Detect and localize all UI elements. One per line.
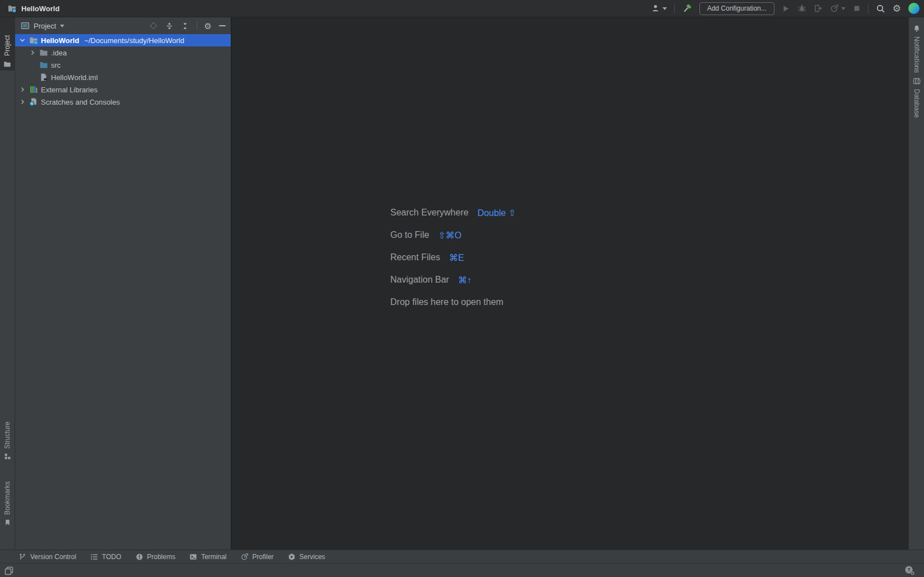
folder-icon [39,48,48,57]
stripe-tab-project[interactable]: Project [2,35,12,68]
tree-item-label: External Libraries [41,86,97,94]
collapse-all-icon[interactable] [181,22,189,30]
panel-settings-gear-icon[interactable]: ⚙ [204,22,212,30]
window-title: HelloWorld [21,4,59,13]
chevron-collapsed-icon[interactable] [18,98,26,105]
chevron-down-icon [662,7,667,10]
chevron-down-icon[interactable] [60,25,64,27]
folder-icon [3,60,12,68]
stripe-label-notifications: Notifications [913,36,921,73]
libraries-icon [29,85,38,94]
add-configuration-button[interactable]: Add Configuration... [699,2,774,15]
hide-panel-icon[interactable] [219,25,226,26]
hint-shortcut: ⌘E [449,252,464,263]
debug-icon[interactable] [797,4,806,13]
stripe-tab-database[interactable]: Database [912,77,922,118]
hint-label: Search Everywhere [390,208,469,218]
run-with-coverage-icon[interactable] [814,4,823,13]
stripe-label-structure: Structure [3,421,11,449]
module-file-icon [39,73,48,82]
expand-all-icon[interactable] [165,22,174,30]
toolbar-button-todo[interactable]: TODO [90,553,121,561]
stripe-label-project: Project [3,35,11,56]
toolbar-button-profiler[interactable]: Profiler [241,553,274,561]
left-tool-stripe [0,17,15,550]
toolbar-separator [868,4,869,13]
tree-item-label: Scratches and Consoles [41,98,120,106]
terminal-icon [189,553,197,561]
settings-gear-icon[interactable]: ⚙ [893,4,901,13]
project-folder-icon [7,4,17,13]
tree-item-idea[interactable]: .idea [15,46,231,59]
tree-item-scratches[interactable]: Scratches and Consoles [15,96,231,108]
todo-list-icon [90,553,98,561]
status-bar: ? [0,563,924,577]
toolbar-button-services[interactable]: Services [288,553,325,561]
run-icon[interactable] [782,4,790,13]
stripe-label-bookmarks: Bookmarks [3,481,11,515]
tree-item-label: .idea [51,49,67,57]
help-status-icon[interactable]: ? [904,565,916,576]
source-folder-icon [39,60,48,69]
tool-window-icon [21,21,30,30]
users-menu-button[interactable] [651,4,667,13]
hint-label: Go to File [390,230,429,240]
editor-shortcut-hints: Search Everywhere Double ⇧ Go to File ⇧⌘… [390,207,516,308]
tree-item-helloworld-root[interactable]: HelloWorld ~/Documents/study/HelloWorld [15,34,231,46]
stripe-tab-structure[interactable]: Structure [2,421,12,460]
project-panel-header: Project ⚙ [15,17,231,34]
version-control-icon [18,553,26,561]
title-bar: HelloWorld Add Configuration... [0,0,924,17]
bottom-tool-window-bar: Version Control TODO Problems Terminal P… [0,550,924,563]
toolbar-separator [674,4,675,13]
editor-empty-area [231,17,908,550]
tree-item-path: ~/Documents/study/HelloWorld [84,36,184,45]
profiler-gauge-icon [241,553,249,561]
tree-item-label: src [51,61,60,69]
bookmark-icon [4,519,11,526]
header-separator [197,21,197,30]
user-avatar[interactable] [908,3,920,14]
project-tool-window: Project ⚙ HelloWorld [15,17,231,550]
user-icon [651,4,660,13]
toolbar-button-problems[interactable]: Problems [136,553,176,561]
hint-shortcut: ⇧⌘O [438,230,461,241]
toggle-toolwindows-icon[interactable] [4,566,13,575]
stripe-tab-bookmarks[interactable]: Bookmarks [2,481,12,526]
bell-icon [913,25,921,32]
structure-icon [4,453,11,460]
tree-item-helloworld-iml[interactable]: HelloWorld.iml [15,71,231,83]
project-tree: HelloWorld ~/Documents/study/HelloWorld … [15,34,231,108]
chevron-expanded-icon[interactable] [18,37,26,44]
toolbar-button-terminal[interactable]: Terminal [189,553,226,561]
stripe-label-database: Database [913,89,921,118]
build-hammer-icon[interactable] [682,3,692,13]
tree-item-external-libraries[interactable]: External Libraries [15,83,231,96]
svg-text:?: ? [907,566,911,573]
profiler-icon [830,4,839,13]
toolbar-button-version-control[interactable]: Version Control [18,553,76,561]
chevron-collapsed-icon[interactable] [29,49,36,56]
chevron-down-icon [841,7,846,10]
services-icon [288,553,296,561]
stop-icon[interactable] [853,4,861,12]
chevron-collapsed-icon[interactable] [18,86,26,93]
hint-shortcut: ⌘↑ [458,275,472,285]
database-icon [913,77,921,85]
locate-file-icon[interactable] [149,21,158,30]
project-view-selector[interactable]: Project [34,22,56,30]
tree-item-label: HelloWorld [41,36,79,45]
hint-label: Navigation Bar [390,275,449,285]
profile-run-button[interactable] [830,4,846,13]
project-folder-icon [29,36,38,45]
search-everywhere-icon[interactable] [876,4,885,13]
hint-shortcut: Double ⇧ [478,208,516,218]
tree-item-label: HelloWorld.iml [51,73,98,82]
stripe-tab-notifications[interactable]: Notifications [912,25,922,73]
tree-item-src[interactable]: src [15,59,231,71]
scratches-icon [29,97,38,106]
drop-files-hint: Drop files here to open them [390,297,503,307]
problems-icon [136,553,143,561]
hint-label: Recent Files [390,252,440,262]
